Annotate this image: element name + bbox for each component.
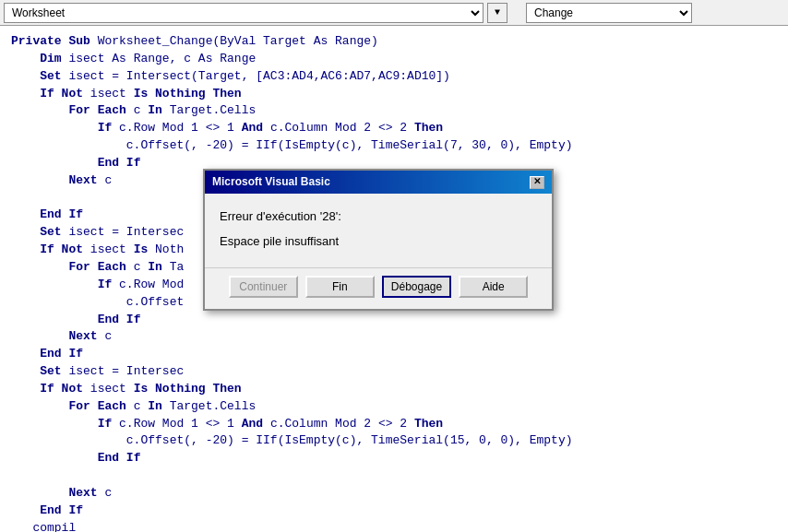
code-line: End If (11, 502, 777, 520)
toolbar: Worksheet ▼ Change (0, 0, 788, 26)
dialog-title: Microsoft Visual Basic (212, 174, 330, 190)
code-line: For Each c In Target.Cells (11, 398, 777, 416)
dialog-close-button[interactable]: ✕ (530, 176, 544, 189)
code-line: Next c (11, 485, 777, 502)
module-dropdown-arrow[interactable]: ▼ (487, 3, 507, 23)
error-dialog[interactable]: Microsoft Visual Basic ✕ Erreur d'exécut… (203, 169, 554, 311)
dialog-error-message: Espace pile insuffisant (220, 233, 537, 251)
dialog-buttons: Continuer Fin Débogage Aide (205, 267, 552, 309)
aide-button[interactable]: Aide (459, 276, 528, 298)
code-line: Private Sub Worksheet_Change(ByVal Targe… (11, 33, 777, 51)
fin-button[interactable]: Fin (305, 276, 375, 298)
module-select[interactable]: Worksheet (4, 3, 484, 23)
code-line: Next c (11, 328, 777, 346)
code-line: End If (11, 312, 777, 329)
code-line: compil (11, 520, 777, 532)
dialog-content: Erreur d'exécution '28': Espace pile ins… (205, 194, 552, 267)
code-editor[interactable]: Private Sub Worksheet_Change(ByVal Targe… (0, 26, 788, 532)
event-dropdown[interactable]: Change (526, 3, 692, 23)
dialog-titlebar: Microsoft Visual Basic ✕ (205, 171, 552, 194)
dialog-error-title: Erreur d'exécution '28': (220, 208, 537, 226)
event-select[interactable]: Change (526, 3, 692, 23)
code-line: If c.Row Mod 1 <> 1 And c.Column Mod 2 <… (11, 120, 777, 137)
code-line: Dim isect As Range, c As Range (11, 51, 777, 68)
code-line: Set isect = Intersect(Target, [AC3:AD4,A… (11, 68, 777, 86)
code-line: For Each c In Target.Cells (11, 102, 777, 120)
continuer-button[interactable]: Continuer (229, 276, 298, 298)
code-line: If Not isect Is Nothing Then (11, 381, 777, 398)
debogage-button[interactable]: Débogage (382, 276, 451, 298)
code-line: Set isect = Intersec (11, 363, 777, 381)
code-line: End If (11, 450, 777, 467)
code-line (11, 467, 777, 485)
code-line: If c.Row Mod 1 <> 1 And c.Column Mod 2 <… (11, 416, 777, 433)
code-line: If Not isect Is Nothing Then (11, 86, 777, 103)
module-dropdown[interactable]: Worksheet ▼ (4, 3, 507, 23)
code-line: c.Offset(, -20) = IIf(IsEmpty(c), TimeSe… (11, 137, 777, 155)
code-line: End If (11, 346, 777, 363)
code-line: c.Offset(, -20) = IIf(IsEmpty(c), TimeSe… (11, 432, 777, 450)
